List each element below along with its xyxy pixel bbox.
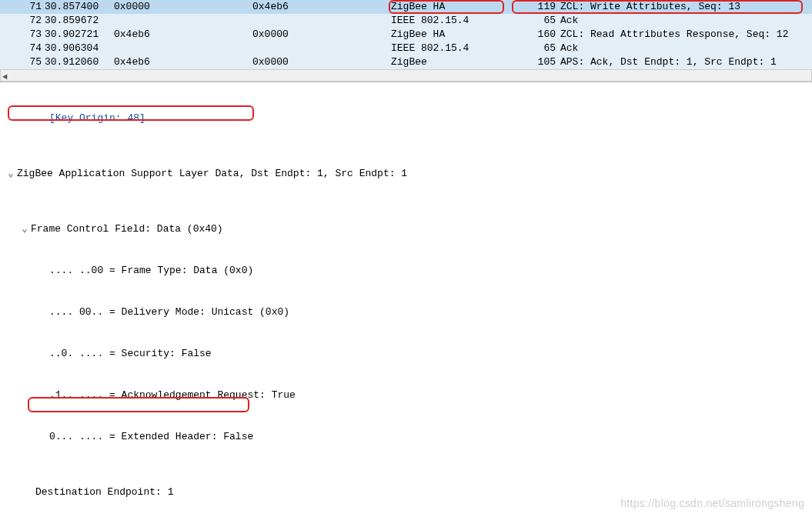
packet-col-no: 75	[6, 55, 45, 69]
packet-col-proto: ZigBee HA	[391, 28, 506, 42]
packet-col-src: 0x4eb6	[114, 55, 252, 69]
packet-col-len: 65	[506, 14, 560, 28]
packet-col-len: 119	[506, 0, 560, 14]
packet-row[interactable]: 7530.9120600x4eb60x0000ZigBee105APS: Ack…	[0, 55, 812, 69]
packet-col-no: 72	[6, 14, 45, 28]
packet-col-src: 0x4eb6	[114, 28, 252, 42]
packet-col-time: 30.859672	[45, 14, 114, 28]
packet-col-proto: IEEE 802.15.4	[391, 14, 506, 28]
fcf-row[interactable]: ⌄ Frame Control Field: Data (0x40)	[5, 222, 812, 236]
packet-row[interactable]: 7230.859672IEEE 802.15.465Ack	[0, 14, 812, 28]
dst-endpoint[interactable]: Destination Endpoint: 1	[5, 485, 812, 499]
packet-col-src: 0x0000	[114, 0, 252, 14]
chevron-down-icon[interactable]: ⌄	[8, 167, 17, 181]
horizontal-scrollbar[interactable]: ◄	[0, 69, 812, 82]
packet-col-info: APS: Ack, Dst Endpt: 1, Src Endpt: 1	[560, 55, 812, 69]
fcf-bit[interactable]: .... ..00 = Frame Type: Data (0x0)	[5, 264, 812, 278]
packet-col-no: 74	[6, 42, 45, 55]
packet-col-time: 30.857400	[45, 0, 114, 14]
key-origin-link[interactable]: [Key Origin: 48]	[49, 112, 145, 125]
packet-col-no: 73	[6, 28, 45, 42]
packet-col-info: Ack	[560, 42, 812, 55]
packet-col-dst: 0x0000	[252, 55, 391, 69]
fcf-bit[interactable]: 0... .... = Extended Header: False	[5, 430, 812, 444]
fcf-bit[interactable]: .1.. .... = Acknowledgement Request: Tru…	[5, 389, 812, 402]
aps-layer-tail: Dst Endpt: 1, Src Endpt: 1	[245, 167, 407, 181]
packet-row[interactable]: 7430.906304IEEE 802.15.465Ack	[0, 42, 812, 55]
packet-col-proto: ZigBee	[391, 55, 506, 69]
packet-col-info: ZCL: Write Attributes, Seq: 13	[560, 0, 812, 14]
aps-layer-row[interactable]: ⌄ ZigBee Application Support Layer Data,…	[5, 167, 812, 181]
chevron-down-icon[interactable]: ⌄	[22, 222, 31, 236]
packet-list[interactable]: 7130.8574000x00000x4eb6ZigBee HA119ZCL: …	[0, 0, 812, 69]
packet-row[interactable]: 7130.8574000x00000x4eb6ZigBee HA119ZCL: …	[0, 0, 812, 14]
packet-col-dst: 0x0000	[252, 28, 391, 42]
scroll-left-arrow[interactable]: ◄	[2, 70, 8, 84]
packet-col-len: 65	[506, 42, 560, 55]
fcf-bit[interactable]: ..0. .... = Security: False	[5, 347, 812, 361]
packet-col-len: 160	[506, 28, 560, 42]
packet-details[interactable]: [Key Origin: 48] ⌄ ZigBee Application Su…	[0, 82, 812, 527]
packet-row[interactable]: 7330.9027210x4eb60x0000ZigBee HA160ZCL: …	[0, 28, 812, 42]
packet-col-info: Ack	[560, 14, 812, 28]
packet-col-info: ZCL: Read Attributes Response, Seq: 12	[560, 28, 812, 42]
packet-col-proto: IEEE 802.15.4	[391, 42, 506, 55]
packet-col-dst: 0x4eb6	[252, 0, 391, 14]
packet-col-time: 30.912060	[45, 55, 114, 69]
packet-col-no: 71	[6, 0, 45, 14]
aps-layer-label: ZigBee Application Support Layer Data,	[17, 167, 245, 181]
packet-col-proto: ZigBee HA	[391, 0, 506, 14]
packet-col-time: 30.906304	[45, 42, 114, 55]
packet-col-time: 30.902721	[45, 28, 114, 42]
fcf-bit[interactable]: .... 00.. = Delivery Mode: Unicast (0x0)	[5, 305, 812, 319]
packet-col-len: 105	[506, 55, 560, 69]
